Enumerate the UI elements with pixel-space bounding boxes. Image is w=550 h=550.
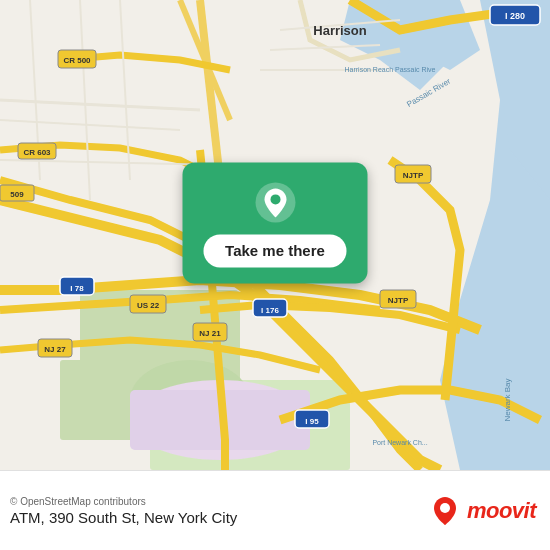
svg-text:I 78: I 78 — [70, 284, 84, 293]
svg-text:Newark Bay: Newark Bay — [503, 378, 512, 421]
bottom-bar: © OpenStreetMap contributors ATM, 390 So… — [0, 470, 550, 550]
svg-rect-6 — [60, 360, 140, 440]
svg-text:I 280: I 280 — [505, 11, 525, 21]
svg-point-52 — [270, 194, 280, 204]
svg-point-53 — [440, 503, 450, 513]
svg-text:NJTP: NJTP — [388, 296, 409, 305]
svg-text:Port Newark Ch...: Port Newark Ch... — [372, 439, 427, 446]
svg-text:I 176: I 176 — [261, 306, 279, 315]
svg-text:CR 500: CR 500 — [63, 56, 91, 65]
svg-text:NJTP: NJTP — [403, 171, 424, 180]
svg-text:509: 509 — [10, 190, 24, 199]
button-overlay: Take me there — [183, 162, 368, 283]
svg-text:NJ 21: NJ 21 — [199, 329, 221, 338]
svg-text:Harrison Reach Passaic Rive: Harrison Reach Passaic Rive — [344, 66, 435, 73]
location-label: ATM, 390 South St, New York City — [10, 509, 237, 526]
moovit-brand-text: moovit — [467, 498, 536, 524]
green-card: Take me there — [183, 162, 368, 283]
take-me-there-button[interactable]: Take me there — [203, 234, 347, 267]
svg-text:I 95: I 95 — [305, 417, 319, 426]
svg-text:Harrison: Harrison — [313, 23, 367, 38]
svg-text:NJ 27: NJ 27 — [44, 345, 66, 354]
moovit-logo: moovit — [429, 495, 536, 527]
svg-text:CR 603: CR 603 — [23, 148, 51, 157]
moovit-brand-icon — [429, 495, 461, 527]
copyright-text: © OpenStreetMap contributors — [10, 496, 237, 507]
bottom-left: © OpenStreetMap contributors ATM, 390 So… — [10, 496, 237, 526]
map-container: CR 500 509 CR 603 Harrison I 280 NJ 21 I… — [0, 0, 550, 470]
location-pin-icon — [253, 180, 297, 224]
svg-text:US 22: US 22 — [137, 301, 160, 310]
